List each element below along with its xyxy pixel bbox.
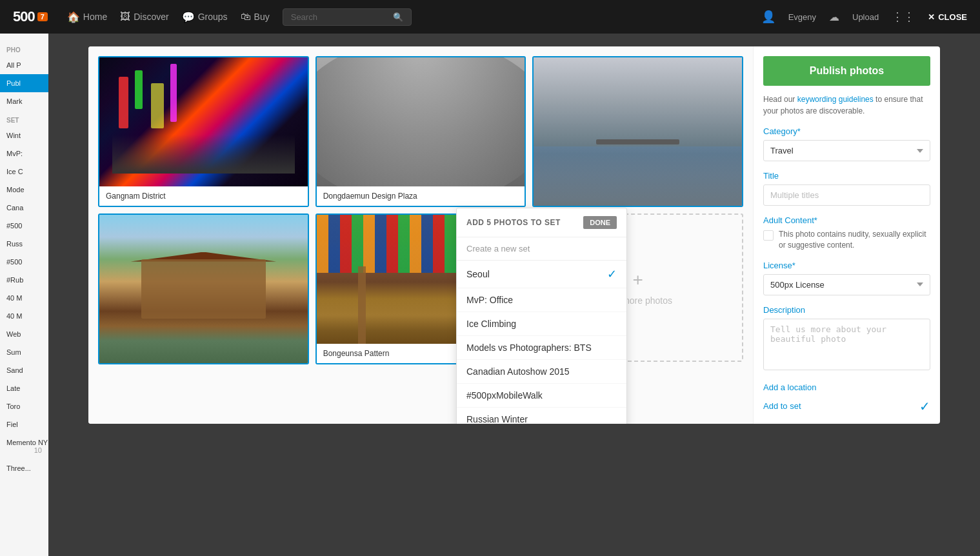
description-textarea[interactable] [763, 319, 930, 370]
sets-dropdown: ADD 5 PHOTOS TO SET DONE Create a new se… [456, 208, 627, 424]
photo-title-bongeunsa: Bongeunsa Pattern [323, 349, 390, 358]
photo-area: Gangnam District Dongdaemun Design Plaza [88, 46, 753, 424]
photo-card-ddp[interactable]: Dongdaemun Design Plaza [315, 56, 526, 207]
set-item-500px[interactable]: #500pxMobileWalk [457, 384, 626, 408]
dialog-overlay: Gangnam District Dongdaemun Design Plaza [48, 34, 980, 556]
add-location-button[interactable]: Add a location [763, 382, 816, 392]
nav-buy-label: Buy [254, 12, 270, 22]
set-name-ice: Ice Climbing [466, 319, 516, 329]
nav-discover[interactable]: 🖼 Discover [120, 11, 168, 23]
nav-home[interactable]: 🏠 Home [67, 11, 107, 23]
sidebar-all-photos[interactable]: All P [0, 56, 48, 74]
photo-card-gangnam[interactable]: Gangnam District [98, 56, 309, 207]
title-input[interactable] [763, 184, 930, 206]
category-select[interactable]: Travel Nature Architecture [763, 140, 930, 161]
set-name-canadian: Canadian Autoshow 2015 [466, 366, 570, 377]
set-item-mvp[interactable]: MvP: Office [457, 288, 626, 312]
license-field: License* 500px License Attribution [763, 261, 930, 295]
sets-section-label: SET [0, 110, 48, 126]
photo-image-ddp [317, 57, 525, 186]
sidebar-set-memento[interactable]: Memento NY10 [0, 433, 48, 459]
sidebar-set-canada[interactable]: Cana [0, 199, 48, 217]
category-field: Category* Travel Nature Architecture [763, 126, 930, 161]
sidebar-set-500[interactable]: #500 [0, 217, 48, 235]
nav-groups-label: Groups [198, 12, 228, 22]
sidebar-set-rub[interactable]: #Rub [0, 271, 48, 289]
sidebar-set-three[interactable]: Three... [0, 459, 48, 477]
sidebar-set-russian[interactable]: Russ [0, 235, 48, 253]
photos-section-label: PHO [0, 40, 48, 56]
sidebar-set-web[interactable]: Web [0, 325, 48, 343]
photo-card-temple[interactable] [98, 213, 309, 364]
title-label: Title [763, 171, 930, 181]
license-label: License* [763, 261, 930, 270]
topbar: 500 7 🏠 Home 🖼 Discover 💬 Groups 🛍 Buy S… [0, 0, 980, 34]
set-item-seoul[interactable]: Seoul ✓ [457, 261, 626, 288]
adult-content-field: Adult Content* This photo contains nudit… [763, 215, 930, 251]
guidelines-link[interactable]: keywording guidelines [797, 95, 874, 104]
sidebar-set-ice[interactable]: Ice C [0, 163, 48, 181]
sidebar-set-mvp[interactable]: MvP: [0, 144, 48, 163]
sidebar-set-40m2[interactable]: 40 M [0, 307, 48, 325]
description-field: Description [763, 305, 930, 373]
sets-create-new[interactable]: Create a new set [457, 237, 626, 261]
close-button[interactable]: ✕ CLOSE [928, 12, 967, 22]
sidebar-set-sand[interactable]: Sand [0, 361, 48, 379]
logo: 500 [13, 8, 35, 25]
set-name-seoul: Seoul [466, 269, 490, 279]
add-to-set-row: Add to set ✓ [763, 399, 930, 414]
sidebar-market[interactable]: Mark [0, 92, 48, 110]
user-avatar: 👤 [761, 10, 775, 24]
user-name[interactable]: Evgeny [788, 12, 816, 22]
set-item-russian[interactable]: Russian Winter [457, 408, 626, 424]
sidebar: PHO All P Publ Mark SET Wint MvP: Ice C … [0, 34, 48, 556]
sidebar-set-sum[interactable]: Sum [0, 343, 48, 361]
search-bar[interactable]: Search 🔍 [283, 8, 412, 26]
photo-image-gangnam [99, 57, 308, 186]
sets-done-button[interactable]: DONE [583, 216, 617, 229]
nav-discover-label: Discover [134, 12, 168, 22]
photo-image-temple [99, 215, 308, 344]
upload-label[interactable]: Upload [852, 12, 879, 22]
set-name-russian: Russian Winter [466, 414, 528, 424]
sidebar-set-fiel[interactable]: Fiel [0, 415, 48, 433]
publish-button[interactable]: Publish photos [763, 56, 930, 86]
sidebar-set-models[interactable]: Mode [0, 181, 48, 199]
photo-image-creek [534, 57, 742, 186]
sidebar-set-late[interactable]: Late [0, 379, 48, 397]
notification-badge[interactable]: 7 [37, 12, 48, 21]
upload-dialog: Gangnam District Dongdaemun Design Plaza [88, 46, 940, 424]
photo-card-creek[interactable]: A creek in Dongdaemun [532, 56, 743, 207]
sets-dropdown-header: ADD 5 PHOTOS TO SET DONE [457, 208, 626, 237]
add-to-set-check-icon: ✓ [919, 399, 930, 414]
set-item-ice[interactable]: Ice Climbing [457, 312, 626, 336]
set-item-canadian[interactable]: Canadian Autoshow 2015 [457, 360, 626, 384]
sidebar-set-toro[interactable]: Toro [0, 397, 48, 415]
adult-checkbox[interactable] [763, 230, 774, 241]
sidebar-set-500nw[interactable]: #500 [0, 253, 48, 271]
photo-title-gangnam: Gangnam District [106, 192, 166, 201]
more-icon[interactable]: ⋮⋮ [892, 10, 915, 24]
photo-grid: Gangnam District Dongdaemun Design Plaza [98, 56, 743, 364]
home-icon: 🏠 [67, 11, 80, 23]
adult-description: This photo contains nudity, sexually exp… [779, 229, 930, 251]
add-to-set-button[interactable]: Add to set [763, 401, 801, 411]
set-check-seoul: ✓ [607, 267, 617, 281]
set-name-500px: #500pxMobileWalk [466, 390, 543, 401]
photo-title-ddp: Dongdaemun Design Plaza [323, 192, 417, 201]
sidebar-published[interactable]: Publ [0, 74, 48, 92]
sets-header-title: ADD 5 PHOTOS TO SET [466, 218, 561, 227]
sidebar-set-40m1[interactable]: 40 M [0, 289, 48, 307]
set-item-models[interactable]: Models vs Photographers: BTS [457, 336, 626, 360]
category-label: Category* [763, 126, 930, 136]
license-select[interactable]: 500px License Attribution [763, 274, 930, 295]
adult-content-row: This photo contains nudity, sexually exp… [763, 229, 930, 251]
upload-icon: ☁ [829, 11, 839, 23]
sidebar-set-winter[interactable]: Wint [0, 126, 48, 144]
buy-icon: 🛍 [241, 11, 251, 23]
search-icon: 🔍 [393, 12, 403, 22]
set-name-mvp: MvP: Office [466, 295, 513, 305]
nav-buy[interactable]: 🛍 Buy [241, 11, 270, 23]
add-location-label: Add a location [763, 382, 816, 392]
nav-groups[interactable]: 💬 Groups [182, 11, 228, 23]
